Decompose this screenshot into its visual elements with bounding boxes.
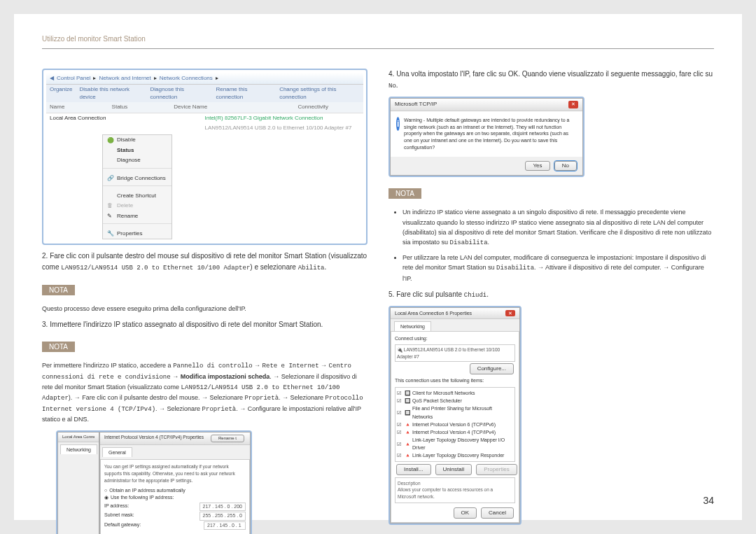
- list-item: ☑🔺Internet Protocol Version 4 (TCP/IPv4): [397, 428, 513, 436]
- figure-tcpip-warning: Microsoft TCP/IP ✕ i Warning - Multiple …: [388, 97, 584, 177]
- list-item: Un indirizzo IP statico viene assegnato …: [402, 207, 714, 248]
- step-2: 2. Fare clic con il pulsante destro del …: [42, 251, 368, 273]
- step-5: 5. Fare clic sul pulsante Chiudi.: [388, 289, 714, 300]
- yes-button: Yes: [525, 161, 550, 171]
- figure-network-connections: ◀ Control Panel▸ Network and Internet▸ N…: [42, 69, 368, 245]
- tab: General: [102, 447, 132, 457]
- figure-ipv4-properties: Local Area Connection 4 Properties Netwo…: [56, 430, 252, 534]
- figure-connection-properties: Local Area Connection 6 Properties ✕ Net…: [388, 306, 522, 525]
- note-bullet-list: Un indirizzo IP statico viene assegnato …: [402, 207, 714, 283]
- context-menu: 🟢Disable Status Diagnose 🔗Bridge Connect…: [102, 134, 172, 239]
- nota-badge: NOTA: [42, 342, 75, 352]
- menu-item: Diagnose: [103, 155, 172, 165]
- menu-item: Create Shortcut: [103, 191, 172, 201]
- two-column-layout: ◀ Control Panel▸ Network and Internet▸ N…: [42, 63, 714, 534]
- menu-item: 🔗Bridge Connections: [103, 174, 172, 183]
- dialog-title: Microsoft TCP/IP ✕: [391, 99, 582, 111]
- table-row: Local Area Connection Intel(R) 82567LF-3…: [46, 113, 363, 123]
- ok-button: OK: [454, 507, 477, 519]
- info-icon: i: [396, 117, 400, 131]
- close-icon: ✕: [505, 310, 515, 316]
- dialog-title: Internet Protocol Version 4 (TCP/IPv4) P…: [100, 433, 250, 446]
- description-box: Description Allows your computer to acce…: [395, 477, 515, 503]
- page-header: Utilizzo del monitor Smart Station: [42, 35, 714, 49]
- note-text: Questo processo deve essere eseguito pri…: [42, 304, 368, 314]
- step-3: 3. Immettere l'indirizzo IP statico asse…: [42, 319, 368, 330]
- tab: Networking: [60, 444, 97, 454]
- tab: Networking: [394, 321, 431, 331]
- list-item: ☑🔺Internet Protocol Version 6 (TCP/IPv6): [397, 421, 513, 428]
- cancel-button: Cancel: [481, 507, 514, 519]
- dialog-body: Connect using: 🔌 LAN9512/LAN9514 USB 2.0…: [391, 331, 519, 522]
- warning-message: Warning - Multiple default gateways are …: [404, 117, 577, 151]
- list-item: ☑🔺Link-Layer Topology Discovery Mapper I…: [397, 436, 513, 451]
- right-column: 4. Una volta impostato l'IP, fare clic s…: [388, 63, 714, 534]
- manual-page: Utilizzo del monitor Smart Station ◀ Con…: [14, 14, 742, 520]
- window-breadcrumb: ◀ Control Panel▸ Network and Internet▸ N…: [46, 73, 363, 85]
- list-item: ☑🔺Link-Layer Topology Discovery Responde…: [397, 451, 513, 459]
- toolbar: Organize Disable this network device Dia…: [46, 85, 363, 102]
- nota-badge: NOTA: [388, 188, 421, 199]
- note-text: Per immettere l'indirizzo IP statico, ac…: [42, 360, 368, 424]
- properties-button: Properties: [476, 464, 517, 475]
- list-item: ☑🔲File and Printer Sharing for Microsoft…: [397, 405, 513, 420]
- list-item: ☑🔲QoS Packet Scheduler: [397, 397, 513, 405]
- menu-item: 🗑Delete: [103, 201, 172, 211]
- close-icon: ✕: [568, 101, 578, 108]
- step-4: 4. Una volta impostato l'IP, fare clic s…: [388, 69, 714, 91]
- page-number: 34: [703, 495, 714, 506]
- dialog-body: You can get IP settings assigned automat…: [100, 459, 250, 534]
- menu-item: Status: [103, 146, 172, 155]
- configure-button: Configure...: [470, 363, 514, 374]
- back-icon: ◀: [50, 75, 54, 82]
- table-header: Name Status Device Name Connectivity: [46, 102, 363, 113]
- uninstall-button: Uninstall: [435, 464, 472, 475]
- list-item: Per utilizzare la rete LAN del computer,…: [402, 253, 714, 283]
- left-column: ◀ Control Panel▸ Network and Internet▸ N…: [42, 63, 368, 534]
- nota-badge: NOTA: [42, 285, 75, 295]
- list-item: ☑🔲Client for Microsoft Networks: [397, 389, 513, 397]
- menu-item: ✎Rename: [103, 211, 172, 221]
- no-button: No: [554, 161, 577, 171]
- rename-button: Rename t: [211, 435, 244, 443]
- menu-item: 🟢Disable: [103, 135, 172, 145]
- dialog-title: Local Area Connection 6 Properties ✕: [391, 308, 519, 319]
- install-button: Install...: [396, 464, 431, 475]
- menu-item: 🔧Properties: [103, 229, 172, 239]
- dialog-title: Local Area Connection 4 Properties: [58, 433, 99, 443]
- table-row: LAN9512/LAN9514 USB 2.0 to Ethernet 10/1…: [46, 123, 363, 133]
